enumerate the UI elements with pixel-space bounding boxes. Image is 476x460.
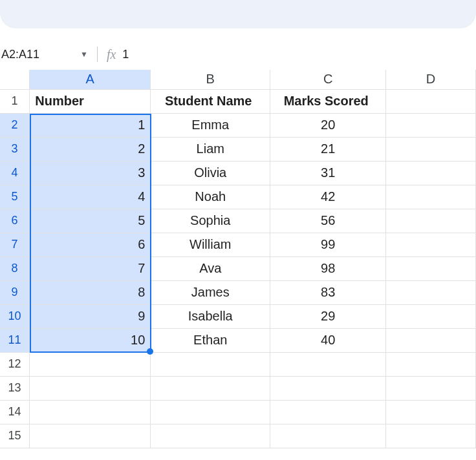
cell-c9[interactable]: 83 — [270, 280, 386, 304]
row-header-11[interactable]: 11 — [0, 328, 30, 352]
cell-c8[interactable]: 98 — [270, 256, 386, 280]
cell-a10[interactable]: 9 — [30, 304, 151, 328]
cell-d4[interactable] — [386, 161, 476, 185]
name-box-value: A2:A11 — [0, 48, 71, 61]
cell-d13[interactable] — [386, 376, 476, 400]
cell-a1[interactable]: Number — [30, 89, 151, 113]
row-header-1[interactable]: 1 — [0, 89, 30, 113]
cell-d15[interactable] — [386, 424, 476, 448]
cell-d6[interactable] — [386, 209, 476, 233]
row-header-5[interactable]: 5 — [0, 185, 30, 209]
cell-c6[interactable]: 56 — [270, 209, 386, 233]
row-header-12[interactable]: 12 — [0, 352, 30, 376]
cell-c4[interactable]: 31 — [270, 161, 386, 185]
cell-d14[interactable] — [386, 400, 476, 424]
fill-handle[interactable] — [147, 348, 153, 355]
cell-a12[interactable] — [30, 352, 151, 376]
cell-c7[interactable]: 99 — [270, 233, 386, 256]
row-header-13[interactable]: 13 — [0, 376, 30, 400]
row-header-3[interactable]: 3 — [0, 137, 30, 161]
cell-a3[interactable]: 2 — [30, 137, 151, 161]
cell-c13[interactable] — [270, 376, 386, 400]
row-header-7[interactable]: 7 — [0, 233, 30, 256]
cell-c10[interactable]: 29 — [270, 304, 386, 328]
cell-b10[interactable]: Isabella — [151, 304, 270, 328]
cell-c14[interactable] — [270, 400, 386, 424]
cell-c12[interactable] — [270, 352, 386, 376]
name-box[interactable]: A2:A11 ▼ — [0, 48, 88, 61]
cell-c11[interactable]: 40 — [270, 328, 386, 352]
cell-c5[interactable]: 42 — [270, 185, 386, 209]
cell-a9[interactable]: 8 — [30, 280, 151, 304]
spreadsheet-grid[interactable]: A B C D 1 Number Student Name Marks Scor… — [0, 70, 476, 448]
fx-icon: fx — [107, 47, 116, 62]
cell-b8[interactable]: Ava — [151, 256, 270, 280]
cell-b5[interactable]: Noah — [151, 185, 270, 209]
cell-b4[interactable]: Olivia — [151, 161, 270, 185]
row-header-8[interactable]: 8 — [0, 256, 30, 280]
cell-a6[interactable]: 5 — [30, 209, 151, 233]
chevron-down-icon: ▼ — [80, 50, 88, 59]
cell-d3[interactable] — [386, 137, 476, 161]
cell-c15[interactable] — [270, 424, 386, 448]
row-header-14[interactable]: 14 — [0, 400, 30, 424]
cell-b2[interactable]: Emma — [151, 113, 270, 137]
row-header-4[interactable]: 4 — [0, 161, 30, 185]
cell-b6[interactable]: Sophia — [151, 209, 270, 233]
cell-d12[interactable] — [386, 352, 476, 376]
corner-cell[interactable] — [0, 70, 30, 89]
col-header-b[interactable]: B — [151, 70, 270, 89]
cell-a13[interactable] — [30, 376, 151, 400]
cell-a5[interactable]: 4 — [30, 185, 151, 209]
cell-d7[interactable] — [386, 233, 476, 256]
cell-d9[interactable] — [386, 280, 476, 304]
sheet-area: A B C D 1 Number Student Name Marks Scor… — [0, 70, 476, 448]
cell-b1[interactable]: Student Name — [151, 89, 270, 113]
cell-b13[interactable] — [151, 376, 270, 400]
cell-a15[interactable] — [30, 424, 151, 448]
col-header-c[interactable]: C — [270, 70, 386, 89]
cell-a2[interactable]: 1 — [30, 113, 151, 137]
toolbar-background — [0, 0, 476, 28]
cell-b11[interactable]: Ethan — [151, 328, 270, 352]
divider — [97, 47, 98, 62]
cell-c2[interactable]: 20 — [270, 113, 386, 137]
cell-d5[interactable] — [386, 185, 476, 209]
row-header-2[interactable]: 2 — [0, 113, 30, 137]
cell-d2[interactable] — [386, 113, 476, 137]
cell-a7[interactable]: 6 — [30, 233, 151, 256]
name-fx-bar: A2:A11 ▼ fx 1 — [0, 41, 476, 67]
row-header-6[interactable]: 6 — [0, 209, 30, 233]
cell-b15[interactable] — [151, 424, 270, 448]
cell-a4[interactable]: 3 — [30, 161, 151, 185]
row-header-10[interactable]: 10 — [0, 304, 30, 328]
cell-b14[interactable] — [151, 400, 270, 424]
row-header-15[interactable]: 15 — [0, 424, 30, 448]
cell-a11[interactable]: 10 — [30, 328, 151, 352]
cell-c3[interactable]: 21 — [270, 137, 386, 161]
cell-d1[interactable] — [386, 89, 476, 113]
row-header-9[interactable]: 9 — [0, 280, 30, 304]
cell-a14[interactable] — [30, 400, 151, 424]
cell-d11[interactable] — [386, 328, 476, 352]
cell-b7[interactable]: William — [151, 233, 270, 256]
col-header-a[interactable]: A — [30, 70, 151, 89]
cell-b9[interactable]: James — [151, 280, 270, 304]
cell-b3[interactable]: Liam — [151, 137, 270, 161]
cell-d10[interactable] — [386, 304, 476, 328]
cell-a8[interactable]: 7 — [30, 256, 151, 280]
cell-d8[interactable] — [386, 256, 476, 280]
cell-b12[interactable] — [151, 352, 270, 376]
col-header-d[interactable]: D — [386, 70, 476, 89]
cell-c1[interactable]: Marks Scored — [270, 89, 386, 113]
formula-value[interactable]: 1 — [122, 48, 129, 61]
